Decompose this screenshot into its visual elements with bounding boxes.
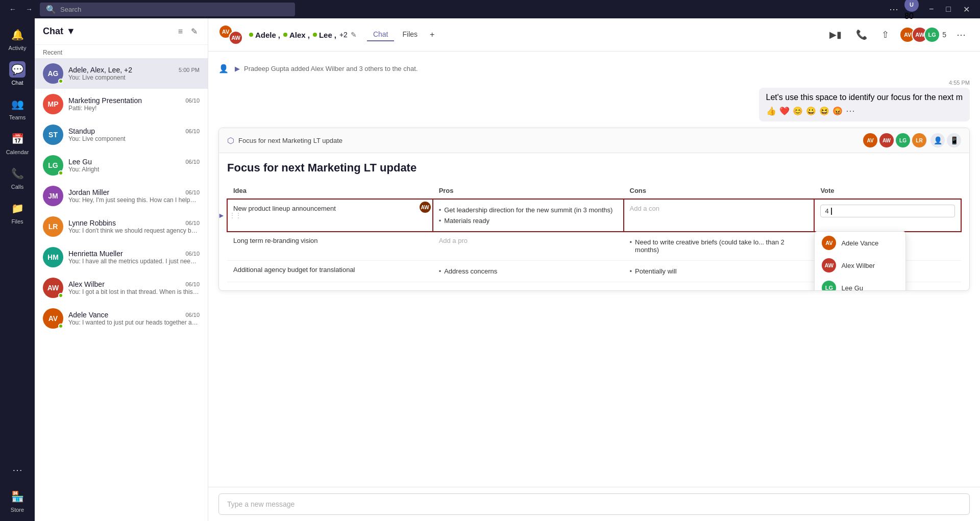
nav-label-calls: Calls [11,184,23,190]
nav-rail: 🔔 Activity 💬 Chat 👥 Teams 📅 Calendar 📞 C… [0,18,35,521]
idea-cell-2: Long term re-branding vision [227,232,433,261]
status-dot-lee [313,33,317,37]
chat-name: Henrietta Mueller [68,250,123,258]
chat-item[interactable]: JM Jordan Miller 06/10 You: Hey, I'm jus… [35,181,208,211]
cons-list-3: Potentially will [630,266,808,277]
nav-forward-button[interactable]: → [22,4,36,14]
pros-cell-2[interactable]: Add a pro [433,232,624,261]
vote-input[interactable]: 4 [820,205,955,217]
chat-preview: You: I got a bit lost in that thread. Wh… [68,288,200,295]
sidebar-compose-button[interactable]: ✎ [189,24,200,38]
chat-item[interactable]: MP Marketing Presentation 06/10 Patti: H… [35,89,208,119]
voter-adele[interactable]: AV Adele Vance [815,232,905,254]
close-button[interactable]: ✕ [959,4,974,15]
nav-item-activity[interactable]: 🔔 Activity [2,22,33,55]
minimize-button[interactable]: − [925,4,938,15]
chat-name: Jordan Miller [68,188,109,196]
sidebar-title[interactable]: Chat ▼ [43,26,76,37]
online-indicator [58,324,63,329]
chat-avatar: AW [43,278,63,298]
voter-lee[interactable]: LG Lee Gu [815,277,905,291]
cons-cell-1[interactable]: Add a con [624,199,815,232]
message-input-box[interactable]: Type a new message [218,493,970,515]
editor-badge-aw: AW [420,202,431,213]
video-call-button[interactable]: ▶▮ [825,27,846,42]
toolbar-avatar-lynne[interactable]: LR [912,133,926,147]
nav-item-teams[interactable]: 👥 Teams [2,92,33,125]
nav-label-chat: Chat [11,80,23,86]
participant-name-lee: Lee [319,31,332,39]
reaction-smile[interactable]: 😊 [793,106,803,116]
row-expand-icon[interactable]: ► [218,211,225,219]
maximize-button[interactable]: □ [942,4,955,15]
voter-alex[interactable]: AW Alex Wilber [815,254,905,277]
nav-item-chat[interactable]: 💬 Chat [2,57,33,90]
more-options-button[interactable]: ⋯ [952,27,970,42]
nav-item-calls[interactable]: 📞 Calls [2,161,33,194]
reaction-more-button[interactable]: ⋯ [846,105,855,116]
chat-item[interactable]: AV Adele Vance 06/10 You: I wanted to ju… [35,303,208,334]
chat-avatar: HM [43,247,63,267]
toolbar-avatar-adele[interactable]: AV [863,133,877,147]
participant-avatar-alex: AW [229,31,243,45]
reaction-heart[interactable]: ❤️ [779,106,790,116]
chat-item[interactable]: AW Alex Wilber 06/10 You: I got a bit lo… [35,272,208,303]
message-bubble: Let's use this space to identify our foc… [759,88,970,121]
chat-item[interactable]: HM Henrietta Mueller 06/10 You: I have a… [35,242,208,272]
chat-time: 06/10 [185,97,200,104]
tab-files[interactable]: Files [396,28,424,41]
toolbar-mobile-icon[interactable]: 📱 [947,133,961,147]
add-pro-placeholder[interactable]: Add a pro [439,237,468,244]
chat-info: Lee Gu 06/10 You: Alright [68,158,200,173]
reaction-laugh[interactable]: 😆 [819,106,829,116]
chat-item[interactable]: ST Standup 06/10 You: Live component [35,119,208,150]
toolbar-add-participant[interactable]: 👤 [930,133,945,147]
edit-chat-name-icon[interactable]: ✎ [351,31,357,39]
chat-avatar: AV [43,308,63,329]
tab-add-button[interactable]: + [426,28,438,41]
chat-preview: You: I have all the metrics updated. I j… [68,258,200,265]
chat-name: Lee Gu [68,158,92,166]
participant-plus: +2 [339,31,348,39]
idea-cell-1[interactable]: ► ⋮⋮ AW New product lineup announcement [227,199,433,232]
window-controls: − □ ✕ [925,4,974,15]
nav-back-button[interactable]: ← [6,4,19,14]
title-bar: ← → 🔍 ⋯ U 80 − □ ✕ [0,0,980,18]
chat-name: Adele, Alex, Lee, +2 [68,66,132,74]
chat-item[interactable]: LG Lee Gu 06/10 You: Alright [35,150,208,181]
drag-handle[interactable]: ⋮⋮ [229,212,241,219]
vote-cell-1[interactable]: 4 AV Adele Vance [814,199,961,232]
chat-name-row: Jordan Miller 06/10 [68,188,200,196]
nav-item-calendar[interactable]: 📅 Calendar [2,127,33,159]
con-item-potentially: Potentially will [630,266,808,277]
tab-chat[interactable]: Chat [367,28,395,41]
sidebar-filter-button[interactable]: ≡ [176,24,185,38]
toolbar-avatar-alex[interactable]: AW [879,133,894,147]
audio-call-button[interactable]: 📞 [852,27,871,42]
chat-name-row: Lee Gu 06/10 [68,158,200,166]
search-bar[interactable]: 🔍 [40,3,295,16]
nav-item-files[interactable]: 📁 Files [2,196,33,229]
reaction-grin[interactable]: 😀 [806,106,816,116]
screen-share-button[interactable]: ⇧ [877,27,893,42]
more-options-icon[interactable]: ⋯ [889,4,898,15]
status-dot-adele [249,33,253,37]
nav-item-more[interactable]: ⋯ [2,458,33,482]
chat-item[interactable]: AG Adele, Alex, Lee, +2 5:00 PM You: Liv… [35,58,208,89]
chat-item[interactable]: LR Lynne Robbins 06/10 You: I don't thin… [35,211,208,242]
add-con-placeholder[interactable]: Add a con [630,205,660,212]
reaction-angry[interactable]: 😡 [832,106,843,116]
message-meta: 4:55 PM [759,80,970,86]
nav-label-activity: Activity [9,45,27,51]
participants-count[interactable]: AV AW LG 5 [899,27,946,43]
chat-name-row: Standup 06/10 [68,127,200,135]
toolbar-avatar-lee[interactable]: LG [896,133,910,147]
search-input[interactable] [60,6,289,13]
participant-lee: Lee, [313,31,336,39]
reaction-thumbsup[interactable]: 👍 [766,106,776,116]
nav-item-store[interactable]: 🏪 Store [2,484,33,517]
pros-list-3: Address concerns [439,266,618,277]
chat-preview: You: Live component [68,74,200,81]
voter-avatar-alex: AW [822,258,836,272]
title-bar-nav: ← → [6,4,36,14]
